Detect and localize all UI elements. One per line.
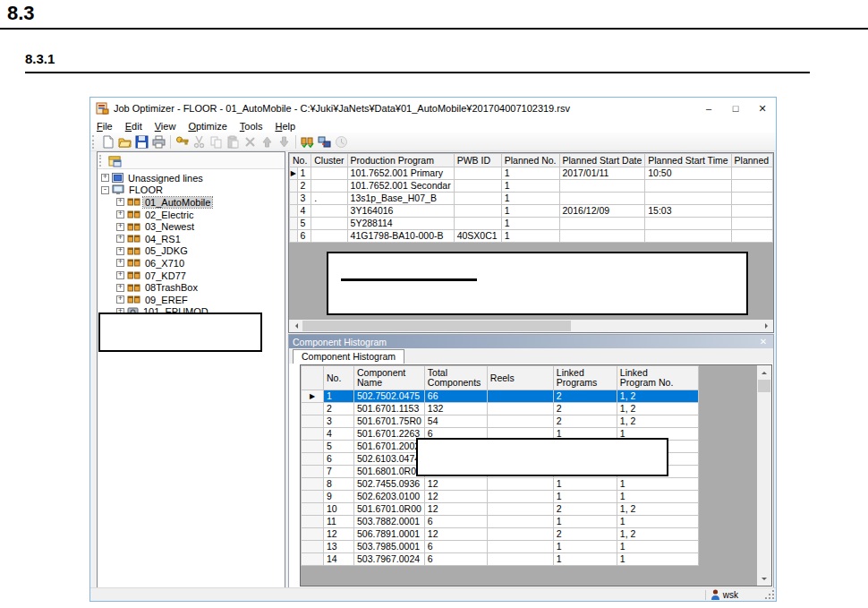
table-row[interactable]: 641G1798-BA10-000-B40SX0C11: [290, 230, 773, 243]
cell[interactable]: [454, 167, 501, 180]
cell[interactable]: 501.6701.2263: [354, 428, 425, 441]
table-row[interactable]: 9502.6203.01001211: [302, 491, 699, 503]
row-selector[interactable]: [290, 218, 298, 230]
cell[interactable]: 66: [424, 390, 487, 403]
cell[interactable]: 5Y288114: [347, 218, 454, 230]
cell[interactable]: [487, 491, 553, 503]
cell[interactable]: 503.7882.0001: [354, 516, 425, 528]
column-header-planned-start-time[interactable]: Planned Start Time: [645, 154, 731, 167]
cell[interactable]: [487, 541, 553, 553]
scrollbar-thumb[interactable]: [758, 380, 770, 392]
minimize-button[interactable]: –: [695, 98, 722, 119]
cell[interactable]: 10: [324, 503, 354, 516]
cell[interactable]: 132: [424, 403, 487, 415]
cell[interactable]: [454, 180, 501, 193]
cell[interactable]: 11: [324, 516, 354, 528]
tree-toolbar-grip[interactable]: [99, 155, 104, 167]
cell[interactable]: [487, 553, 553, 566]
expand-icon[interactable]: +: [116, 271, 124, 279]
row-selector[interactable]: [302, 403, 324, 415]
cell[interactable]: .: [311, 193, 347, 205]
tree-item-08trashbox[interactable]: +08TrashBox: [98, 281, 285, 294]
tree-item-06-x710[interactable]: +06_X710: [98, 257, 285, 270]
cell[interactable]: 1: [617, 516, 698, 528]
cell[interactable]: 10:50: [645, 167, 731, 180]
expand-icon[interactable]: +: [116, 223, 124, 231]
column-header-planned-no[interactable]: Planned No.: [501, 154, 559, 167]
tree-item-unassigned-lines[interactable]: +Unassigned lines: [98, 172, 285, 184]
column-header-linked-program-no[interactable]: Linked Program No.: [617, 366, 698, 390]
maximize-button[interactable]: □: [722, 98, 749, 119]
column-header-no[interactable]: No.: [324, 366, 354, 390]
table-row[interactable]: 11503.7882.0001611: [302, 516, 699, 528]
cell[interactable]: 2: [553, 503, 617, 516]
table-row[interactable]: 8502.7455.09361211: [302, 478, 699, 491]
cell[interactable]: [559, 218, 645, 230]
menu-file[interactable]: File: [90, 121, 119, 132]
row-selector[interactable]: [302, 466, 324, 478]
cell[interactable]: [487, 390, 553, 403]
expand-icon[interactable]: +: [101, 174, 109, 182]
column-header-reels[interactable]: Reels: [487, 366, 553, 390]
cell[interactable]: [559, 180, 645, 193]
login-key-icon[interactable]: [174, 133, 191, 150]
row-selector[interactable]: [290, 205, 298, 218]
cell[interactable]: 9: [324, 491, 354, 503]
table-row[interactable]: 2501.6701.115313221, 2: [302, 403, 699, 415]
column-header-no[interactable]: No.: [290, 154, 311, 167]
toolbar-grip[interactable]: [92, 135, 97, 149]
cell[interactable]: 503.7985.0001: [354, 541, 425, 553]
tree-item-01-automobile[interactable]: +01_AutoMobile: [98, 196, 285, 209]
cell[interactable]: 2: [553, 528, 617, 541]
cell[interactable]: [731, 167, 772, 180]
cell[interactable]: [559, 193, 645, 205]
menu-tools[interactable]: Tools: [234, 121, 269, 132]
row-selector[interactable]: [290, 180, 298, 193]
cell[interactable]: 1: [297, 167, 311, 180]
table-row[interactable]: ▶1502.7502.04756621, 2: [302, 390, 699, 403]
menu-edit[interactable]: Edit: [119, 121, 149, 132]
cell[interactable]: [731, 205, 772, 218]
cell[interactable]: [645, 230, 731, 243]
cell[interactable]: 1: [501, 218, 559, 230]
cell[interactable]: 1: [553, 478, 617, 491]
cell[interactable]: 502.7502.0475: [354, 390, 425, 403]
cell[interactable]: [487, 503, 553, 516]
scroll-right-icon[interactable]: [760, 320, 773, 332]
cell[interactable]: [731, 193, 772, 205]
menu-help[interactable]: Help: [268, 121, 302, 132]
cell[interactable]: 501.6701.0R00: [354, 503, 425, 516]
cell[interactable]: 2: [553, 415, 617, 428]
cell[interactable]: [311, 230, 347, 243]
row-selector[interactable]: [302, 428, 324, 441]
cell[interactable]: 13: [324, 541, 354, 553]
table-row[interactable]: 43Y16401612016/12/0915:03: [290, 205, 773, 218]
cell[interactable]: 1, 2: [617, 528, 698, 541]
cell[interactable]: 501.6701.75R0: [354, 415, 425, 428]
cell[interactable]: [454, 218, 501, 230]
tree-item-09-eref[interactable]: +09_EREF: [98, 294, 285, 306]
close-button[interactable]: ✕: [749, 98, 776, 119]
table-row[interactable]: 3501.6701.75R05421, 2: [302, 415, 699, 428]
cell[interactable]: [487, 415, 553, 428]
expand-icon[interactable]: +: [116, 295, 124, 304]
optimize-run-icon[interactable]: [299, 133, 316, 150]
tree-item-02-electric[interactable]: +02_Electric: [98, 209, 285, 221]
scroll-left-icon[interactable]: [289, 320, 302, 332]
cell[interactable]: 501.6701.2002: [354, 441, 425, 453]
cell[interactable]: 40SX0C1: [454, 230, 501, 243]
cell[interactable]: 7: [324, 466, 354, 478]
cell[interactable]: [559, 230, 645, 243]
cell[interactable]: 101.7652.001 Primary: [347, 167, 454, 180]
expand-icon[interactable]: +: [116, 259, 124, 267]
tab-component-histogram[interactable]: Component Histogram: [293, 349, 404, 364]
cell[interactable]: 1: [553, 541, 617, 553]
cell[interactable]: 6: [424, 553, 487, 566]
cell[interactable]: 1: [501, 167, 559, 180]
column-header-linked-programs[interactable]: Linked Programs: [553, 366, 617, 390]
cell[interactable]: [487, 403, 553, 415]
cell[interactable]: 12: [424, 503, 487, 516]
cell[interactable]: 1: [553, 516, 617, 528]
expand-icon[interactable]: +: [116, 198, 124, 206]
table-row[interactable]: 2101.7652.001 Secondar1: [290, 180, 773, 193]
